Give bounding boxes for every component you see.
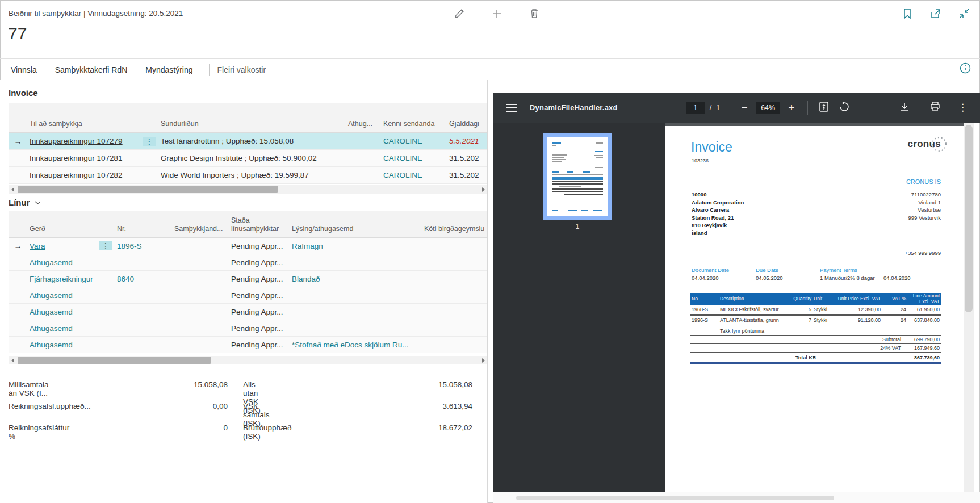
line-type-link[interactable]: Athugasemd [27, 324, 115, 333]
line-type-link[interactable]: Athugasemd [27, 341, 115, 349]
document-link[interactable]: Innkaupareikningur 107281 [30, 154, 123, 162]
col-sundurlidun[interactable]: Sundurliðun [158, 120, 346, 132]
sender-id[interactable]: CAROLINE [381, 171, 447, 179]
line-row-athugasemd[interactable]: Athugasemd Pending Appr... [9, 287, 487, 304]
invoice-row-107279[interactable]: → Innkaupareikningur 107279 ⋮ Test lánar… [9, 133, 487, 150]
line-row-athugasemd[interactable]: Athugasemd Pending Appr... [9, 254, 487, 271]
edit-button[interactable] [451, 7, 467, 23]
invoice-subtotal-row: Subtotal 699.790,00 [690, 336, 941, 344]
collapse-button[interactable] [956, 7, 972, 23]
invoice-title: Invoice [691, 140, 732, 155]
line-description[interactable]: *Stofnað með eDocs skjölum Ru... [290, 341, 422, 349]
line-row-vara[interactable]: → Vara ⋮ 1896-S Pending Appr... Rafmagn [9, 238, 487, 254]
line-type-link[interactable]: Athugasemd [27, 291, 115, 300]
invoice-row-107281[interactable]: Innkaupareikningur 107281 Graphic Design… [9, 150, 487, 167]
download-button[interactable] [897, 100, 912, 116]
zoom-in-button[interactable]: + [784, 102, 799, 114]
document-link[interactable]: Innkaupareikningur 107279 [30, 137, 123, 145]
line-row-athugasemd-edocs[interactable]: Athugasemd Pending Appr... *Stofnað með … [9, 337, 487, 353]
line-row-athugasemd[interactable]: Athugasemd Pending Appr... [9, 304, 487, 320]
add-button[interactable] [489, 7, 505, 23]
line-status: Pending Appr... [229, 242, 290, 250]
line-type-link[interactable]: Vara [30, 242, 45, 250]
approval-detail-panel: Invoice Til að samþykkja Sundurliðun Ath… [0, 80, 487, 503]
scroll-left-icon[interactable] [9, 185, 16, 194]
menu-more-options[interactable]: Fleiri valkostir [217, 65, 266, 74]
scrollbar-thumb[interactable] [18, 357, 211, 364]
row-details: Test lánardrottinn ; Upphæð: 15.058,08 [158, 137, 346, 145]
document-link[interactable]: Innkaupareikningur 107282 [30, 171, 123, 179]
open-in-new-window-button[interactable] [928, 7, 944, 23]
sender-id[interactable]: CAROLINE [381, 137, 447, 145]
scroll-left-icon[interactable] [9, 356, 16, 364]
scrollbar-thumb[interactable] [965, 125, 973, 312]
download-icon [899, 102, 910, 114]
due-date: 31.5.202 [447, 171, 487, 179]
col-koti[interactable]: Kóti birgðageymslu [422, 225, 487, 237]
zoom-out-button[interactable]: − [736, 102, 752, 114]
pdf-vertical-scrollbar[interactable] [964, 123, 974, 492]
lines-table-hscrollbar[interactable] [9, 356, 487, 364]
col-stada[interactable]: Staða línusamþykktar [229, 216, 290, 237]
line-type-link[interactable]: Fjárhagsreikningur [27, 275, 115, 283]
pdf-menu-button[interactable] [506, 102, 517, 114]
line-no[interactable]: 1896-S [115, 242, 172, 250]
seller-name: CRONUS IS [906, 178, 941, 185]
thumbnail-preview [547, 137, 608, 216]
col-samthykkjandi[interactable]: Samþykkjand... [172, 225, 229, 237]
line-row-athugasemd[interactable]: Athugasemd Pending Appr... [9, 320, 487, 337]
due-date: 31.5.202 [447, 154, 487, 162]
line-status: Pending Appr... [229, 291, 290, 300]
bookmark-button[interactable] [899, 7, 915, 23]
col-lysing[interactable]: Lýsing/athugasemd [290, 225, 422, 237]
print-button[interactable] [927, 100, 943, 116]
sender-id[interactable]: CAROLINE [381, 154, 447, 162]
chevron-down-icon [35, 197, 41, 207]
line-description[interactable]: Blandað [290, 275, 422, 283]
line-description[interactable]: Rafmagn [290, 242, 422, 250]
lines-section-title[interactable]: Línur [9, 197, 41, 207]
scroll-right-icon[interactable] [479, 356, 487, 364]
delete-button[interactable] [526, 7, 542, 23]
total-value: 0 [136, 424, 228, 432]
col-kenni-sendanda[interactable]: Kenni sendanda [381, 120, 447, 132]
col-til-ad-samthykkja[interactable]: Til að samþykkja [27, 120, 158, 132]
page-thumbnail[interactable] [543, 133, 612, 220]
invoice-row-107282[interactable]: Innkaupareikningur 107282 Wide World Imp… [9, 167, 487, 184]
col-athugasemd[interactable]: Athug... [346, 120, 381, 132]
menu-samthykktakerfi[interactable]: Samþykktakerfi RdN [53, 63, 130, 77]
pencil-icon [454, 8, 465, 22]
kebab-icon[interactable]: ⋮ [143, 137, 156, 146]
pdf-horizontal-scrollbar[interactable] [493, 492, 980, 503]
kebab-icon[interactable]: ⋮ [99, 241, 112, 250]
invoice-line-row: 1968-S MEXICO-skrifstóll, svartur 5 Styk… [690, 305, 941, 316]
line-row-fjarhagsreikningur[interactable]: Fjárhagsreikningur 8640 Pending Appr... … [9, 271, 487, 287]
scrollbar-thumb[interactable] [516, 496, 834, 500]
line-status: Pending Appr... [229, 324, 290, 333]
line-no[interactable]: 8640 [115, 275, 172, 283]
rotate-icon [839, 101, 850, 115]
invoice-table-hscrollbar[interactable] [9, 185, 487, 194]
line-type-link[interactable]: Athugasemd [27, 308, 115, 316]
trash-icon [529, 8, 540, 22]
scrollbar-thumb[interactable] [18, 186, 278, 193]
col-gerd[interactable]: Gerð [27, 225, 115, 237]
pdf-zoom-level[interactable]: 64% [756, 102, 780, 114]
pdf-more-button[interactable]: ⋮ [958, 102, 968, 114]
line-status: Pending Appr... [229, 258, 290, 267]
record-id: 77 [8, 24, 27, 43]
line-type-link[interactable]: Athugasemd [27, 258, 115, 267]
panel-divider [487, 80, 488, 503]
invoice-number: 103236 [692, 158, 709, 164]
scroll-right-icon[interactable] [479, 185, 487, 194]
info-button[interactable] [957, 61, 973, 77]
payment-terms-label: Payment Terms [820, 267, 857, 273]
fit-page-button[interactable] [816, 100, 832, 116]
col-gjalddagi[interactable]: Gjalddagi [447, 120, 487, 132]
menu-myndastyring[interactable]: Myndastýring [143, 63, 195, 77]
rotate-button[interactable] [836, 100, 852, 116]
total-value: 0,00 [136, 402, 228, 410]
col-nr[interactable]: Nr. [115, 225, 172, 237]
menu-vinnsla[interactable]: Vinnsla [9, 63, 39, 77]
pdf-page-input[interactable]: 1 [686, 102, 705, 114]
